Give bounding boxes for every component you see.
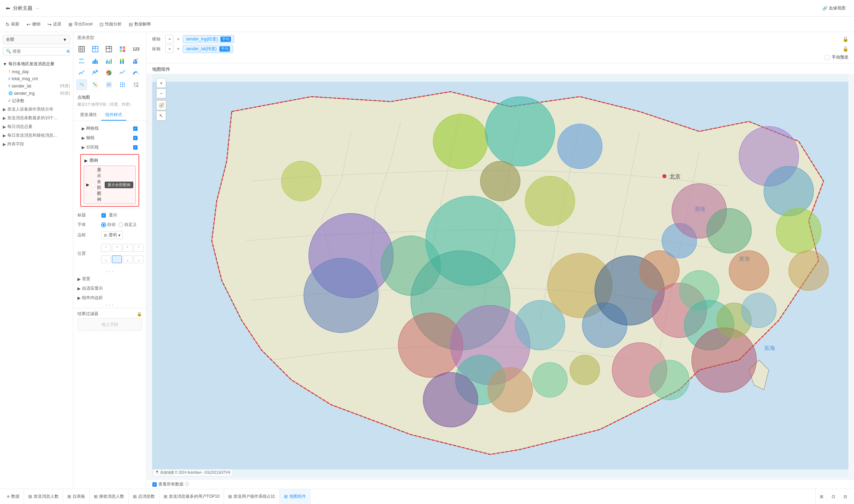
tree-item-records[interactable]: # 记录数	[0, 97, 73, 105]
zone-line-checkbox[interactable]: ✓	[133, 145, 138, 150]
check-all-checkbox[interactable]: ✓	[152, 482, 157, 487]
bottom-tab-recv-count[interactable]: ⊞ 接收消息人数	[90, 489, 129, 504]
axis-line-checkbox[interactable]: ✓	[133, 136, 138, 140]
y-axis-down-icon[interactable]: ▼	[177, 47, 180, 51]
chart-type-scatter2[interactable]	[90, 79, 101, 90]
chart-type-map[interactable]	[103, 79, 114, 90]
tree-group-header-daily-msg[interactable]: ▼ 每日各地区发送消息总量	[0, 60, 73, 68]
compass-btn[interactable]: 🧭	[156, 100, 166, 110]
grid-line-row[interactable]: ▶ 网格线 ✓	[77, 124, 142, 133]
x-axis-lock-icon[interactable]: 🔒	[842, 36, 848, 42]
adaptive-row[interactable]: ▶ 自适应显示	[73, 284, 146, 293]
y-axis-lock-icon[interactable]: 🔒	[842, 46, 848, 52]
refresh-btn[interactable]: ↻ 刷新	[6, 21, 20, 27]
chart-type-line-bar[interactable]	[130, 55, 142, 67]
bottom-tab-total-msg[interactable]: ⊞ 总消息数	[129, 489, 159, 504]
x-axis-icon[interactable]: ≈	[165, 35, 174, 43]
tree-section-top10[interactable]: ▶ 发送消息条数最多的10个...	[0, 114, 73, 122]
bottom-tab-icon-btn-1[interactable]: ⊞	[815, 489, 827, 504]
x-axis-tag[interactable]: sender_lng(经度) 平均	[183, 35, 234, 43]
top-right-actions: 🔗 血缘视图	[819, 4, 848, 13]
svg-point-98	[707, 208, 751, 253]
chart-type-heatmap[interactable]	[76, 55, 87, 67]
pos-btn-br2[interactable]: ⌟	[134, 255, 143, 263]
chart-type-pivot[interactable]	[90, 44, 101, 55]
pos-btn-tr[interactable]: ⌜	[123, 244, 133, 252]
zoom-out-btn[interactable]: −	[156, 89, 166, 98]
chart-type-gauge[interactable]	[130, 67, 142, 78]
chart-type-dotmap[interactable]	[76, 79, 87, 90]
info-icon[interactable]: ⓘ	[185, 481, 189, 487]
y-axis-icon[interactable]: ≈	[165, 45, 174, 53]
chart-type-area[interactable]	[76, 67, 87, 78]
border-select[interactable]: ⊘ 透明 ▾	[101, 231, 123, 239]
drop-zone-filter[interactable]: 拖入字段	[77, 318, 142, 331]
cursor-btn[interactable]: ↖	[156, 111, 166, 121]
bottom-tab-icon-btn-3[interactable]: ⊟	[839, 489, 851, 504]
svg-rect-30	[110, 60, 110, 64]
tab-component-style[interactable]: 组件样式	[101, 110, 126, 121]
pos-btn-bl[interactable]: ⌞	[101, 255, 111, 263]
back-to-lineage-btn[interactable]: 🔗 血缘视图	[819, 4, 848, 13]
radio-custom[interactable]: 自定义	[118, 222, 137, 228]
pos-btn-tl[interactable]: ⌜	[101, 244, 111, 252]
export-excel-btn[interactable]: ⊞ 导出Excel	[68, 21, 92, 27]
y-axis-tag[interactable]: sender_lat(纬度) 平均	[183, 45, 233, 53]
chart-type-grouped-bar[interactable]	[103, 55, 114, 67]
chart-type-table[interactable]	[76, 44, 87, 55]
performance-btn[interactable]: ⊡ 性能分析	[99, 21, 122, 27]
tree-item-sender-lat[interactable]: # sender_lat (纬度)	[0, 82, 73, 90]
lock-icon-filter[interactable]: 🔒	[137, 312, 142, 316]
search-input[interactable]	[13, 49, 65, 54]
inner-margin-row[interactable]: ▶ 组件内边距	[73, 293, 146, 303]
tree-section-device-os[interactable]: ▶ 发送人设备操作系统分布	[0, 105, 73, 114]
add-icon[interactable]: ⊕	[66, 49, 70, 54]
chart-type-colored[interactable]	[117, 44, 128, 55]
tree-section-send-recv[interactable]: ▶ 每日发送消息和接收消息...	[0, 131, 73, 140]
bottom-tab-map[interactable]: ⊞ 地图组件	[280, 489, 310, 504]
redo-btn[interactable]: ↪ 还原	[47, 21, 61, 27]
chart-type-scatter[interactable]	[90, 67, 101, 78]
legend-show-all-row[interactable]: ▶ ✓ 显示全部图例 显示全部图例	[84, 166, 136, 204]
chart-type-pie[interactable]	[103, 67, 114, 78]
top-bar-menu[interactable]: ⋯	[35, 6, 39, 11]
tree-section-daily-total[interactable]: ▶ 每日消息总量	[0, 122, 73, 131]
pos-btn-tc[interactable]: ⌝	[112, 244, 122, 252]
manual-preview-checkbox[interactable]: ✓	[825, 55, 830, 60]
zoom-in-btn[interactable]: +	[156, 78, 166, 88]
tree-item-sender-lng[interactable]: 🌐 sender_lng (经度)	[0, 90, 73, 97]
chart-type-bar[interactable]	[90, 55, 101, 67]
arrow-right-icon-5: ▶	[3, 142, 6, 147]
data-explain-btn[interactable]: ⊟ 数据解释	[129, 21, 151, 27]
bottom-tab-send-count[interactable]: ⊞ 发送消息人数	[24, 489, 63, 504]
tree-item-total-msg[interactable]: # total_msg_cnt	[0, 75, 73, 82]
chart-type-flow[interactable]	[117, 67, 128, 78]
dataset-select[interactable]: 全部 ▼	[3, 35, 70, 44]
legend-show-all-checkbox[interactable]: ✓	[91, 182, 95, 187]
x-axis-down-icon[interactable]: ▼	[177, 37, 180, 41]
undo-btn[interactable]: ↩ 撤销	[27, 21, 40, 27]
bottom-tab-os[interactable]: ⊞ 发送用户操作系统占比	[224, 489, 280, 504]
axis-line-row[interactable]: ▶ 轴线 ✓	[77, 133, 142, 143]
chart-type-stacked-bar[interactable]	[117, 55, 128, 67]
chart-type-color-map[interactable]	[130, 79, 142, 90]
chart-type-cross[interactable]	[103, 44, 114, 55]
bottom-tab-data[interactable]: ≡ 数据	[3, 489, 24, 504]
bottom-tab-dashboard[interactable]: ⊞ 仪表板	[63, 489, 90, 504]
title-show-checkbox[interactable]: ✓	[101, 213, 106, 218]
tree-item-msg-day[interactable]: T msg_day	[0, 68, 73, 75]
bottom-tab-icon-btn-2[interactable]: ⊡	[827, 489, 839, 504]
bottom-tab-top10[interactable]: ⊞ 发送消息最多的用户TOP10	[159, 489, 224, 504]
tree-section-cross-field[interactable]: ▶ 跨表字段	[0, 140, 73, 148]
svg-point-61	[124, 86, 125, 87]
pos-btn-bc[interactable]: ⌟	[112, 255, 122, 263]
pos-btn-br[interactable]: ⌞	[123, 255, 133, 263]
pos-btn-tr2[interactable]: ⌝	[134, 244, 143, 252]
chart-type-dots[interactable]	[117, 79, 128, 90]
radio-auto[interactable]: 自动	[101, 222, 115, 228]
zone-line-row[interactable]: ▶ 分区线 ✓	[77, 143, 142, 152]
tab-shape-attr[interactable]: 图形属性	[76, 110, 101, 121]
background-row[interactable]: ▶ 背景	[73, 274, 146, 284]
chart-type-number[interactable]: 123	[130, 44, 142, 55]
grid-line-checkbox[interactable]: ✓	[133, 126, 138, 131]
